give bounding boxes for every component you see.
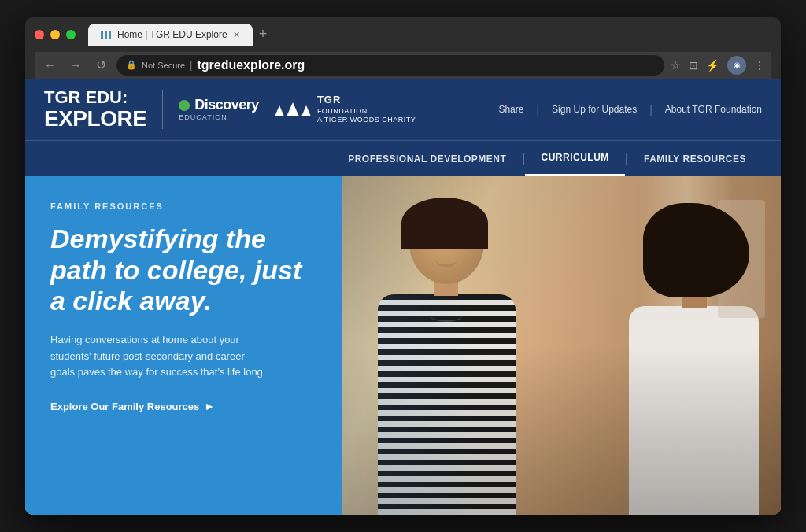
header-top: TGR EDU: EXPLORE Discovery EDUCATION: [25, 79, 781, 141]
browser-controls: Home | TGR EDU Explore × +: [35, 24, 771, 46]
header-divider-1: |: [536, 103, 539, 116]
hero-cta-text: Explore Our Family Resources: [50, 401, 199, 412]
hero-cta-arrow-icon: ►: [204, 400, 215, 412]
tab-bar: Home | TGR EDU Explore × +: [88, 24, 273, 46]
browser-chrome: Home | TGR EDU Explore × + ← → ↺ 🔒 Not S…: [25, 17, 781, 79]
nav-items: PROFESSIONAL DEVELOPMENT | CURRICULUM | …: [332, 141, 762, 176]
tab-close-button[interactable]: ×: [234, 28, 240, 41]
mountain-center-icon: [287, 102, 299, 116]
discovery-dot-icon: [179, 100, 190, 111]
discovery-text: Discovery: [194, 97, 259, 113]
figure-1-hair: [401, 198, 488, 249]
nav-curriculum[interactable]: CURRICULUM: [525, 141, 624, 176]
security-indicator: 🔒: [126, 60, 137, 70]
tgr-foundation-text: TGR FOUNDATION A TIGER WOODS CHARITY: [317, 94, 416, 125]
extensions-icon[interactable]: ⚡: [706, 59, 719, 72]
url-domain: tgreduexplore.org: [197, 58, 305, 72]
toolbar-icons: ☆ ⊡ ⚡ ◉ ⋮: [671, 56, 765, 75]
tab-title: Home | TGR EDU Explore: [117, 29, 227, 40]
active-tab[interactable]: Home | TGR EDU Explore ×: [88, 24, 253, 46]
hero-left-panel: FAMILY RESOURCES Demystifying the path t…: [25, 176, 342, 515]
hero-cta-link[interactable]: Explore Our Family Resources ►: [50, 400, 317, 412]
bookmark-icon[interactable]: ☆: [671, 59, 681, 72]
new-tab-button[interactable]: +: [253, 26, 274, 42]
tgr-logo-line2: EXPLORE: [44, 107, 146, 131]
logo-section: TGR EDU: EXPLORE Discovery EDUCATION: [44, 88, 416, 131]
signup-link[interactable]: Sign Up for Updates: [552, 104, 637, 115]
maximize-dot[interactable]: [66, 30, 76, 39]
tgr-foundation-logo[interactable]: TGR FOUNDATION A TIGER WOODS CHARITY: [275, 94, 416, 125]
mountain-left-icon: [275, 105, 284, 116]
hero-category-label: FAMILY RESOURCES: [50, 201, 317, 211]
tgr-text: TGR: [317, 94, 416, 107]
nav-family-resources[interactable]: FAMILY RESOURCES: [628, 142, 762, 175]
tab-favicon: [101, 31, 111, 39]
site-header: TGR EDU: EXPLORE Discovery EDUCATION: [25, 79, 781, 177]
hero-photo-panel: [342, 176, 781, 515]
back-button[interactable]: ←: [41, 58, 60, 72]
refresh-button[interactable]: ↺: [91, 57, 110, 72]
browser-window: Home | TGR EDU Explore × + ← → ↺ 🔒 Not S…: [25, 17, 781, 515]
close-dot[interactable]: [35, 30, 44, 39]
cast-icon[interactable]: ⊡: [689, 59, 698, 72]
url-separator: |: [190, 59, 192, 71]
discovery-sub-text: EDUCATION: [179, 113, 227, 121]
tgr-mountain-icon: [275, 102, 311, 116]
minimize-dot[interactable]: [50, 30, 60, 39]
profile-avatar[interactable]: ◉: [727, 56, 746, 75]
share-link[interactable]: Share: [498, 104, 523, 115]
tgr-logo-line1: TGR EDU:: [44, 88, 146, 107]
discovery-logo-text: Discovery: [179, 97, 259, 113]
mountain-right-icon: [301, 105, 311, 116]
charity-text: A TIGER WOODS CHARITY: [317, 116, 416, 124]
hero-title: Demystifying the path to college, just a…: [50, 224, 317, 316]
security-label: Not Secure: [142, 61, 185, 70]
figure-1-smile: [434, 257, 458, 267]
figure-1-head: [409, 201, 484, 284]
menu-icon[interactable]: ⋮: [754, 59, 765, 72]
tgr-edu-logo[interactable]: TGR EDU: EXPLORE: [44, 88, 146, 131]
forward-button[interactable]: →: [66, 58, 85, 72]
header-links: Share | Sign Up for Updates | About TGR …: [498, 103, 762, 116]
site-nav: PROFESSIONAL DEVELOPMENT | CURRICULUM | …: [25, 140, 781, 176]
logo-divider: [162, 90, 163, 129]
hero-section: FAMILY RESOURCES Demystifying the path t…: [25, 176, 781, 515]
address-bar: ← → ↺ 🔒 Not Secure | tgreduexplore.org ☆…: [35, 52, 771, 79]
url-bar[interactable]: 🔒 Not Secure | tgreduexplore.org: [116, 55, 664, 76]
nav-professional-dev[interactable]: PROFESSIONAL DEVELOPMENT: [332, 142, 522, 175]
hero-background-image: [342, 176, 781, 515]
website-content: TGR EDU: EXPLORE Discovery EDUCATION: [25, 79, 781, 515]
figure-2-head: [655, 209, 734, 296]
about-link[interactable]: About TGR Foundation: [665, 104, 762, 115]
profile-icon: ◉: [734, 61, 741, 69]
header-divider-2: |: [649, 103, 653, 116]
discovery-education-logo[interactable]: Discovery EDUCATION: [179, 97, 259, 121]
hero-description: Having conversations at home about your …: [50, 332, 271, 381]
foundation-text: FOUNDATION: [317, 107, 368, 115]
